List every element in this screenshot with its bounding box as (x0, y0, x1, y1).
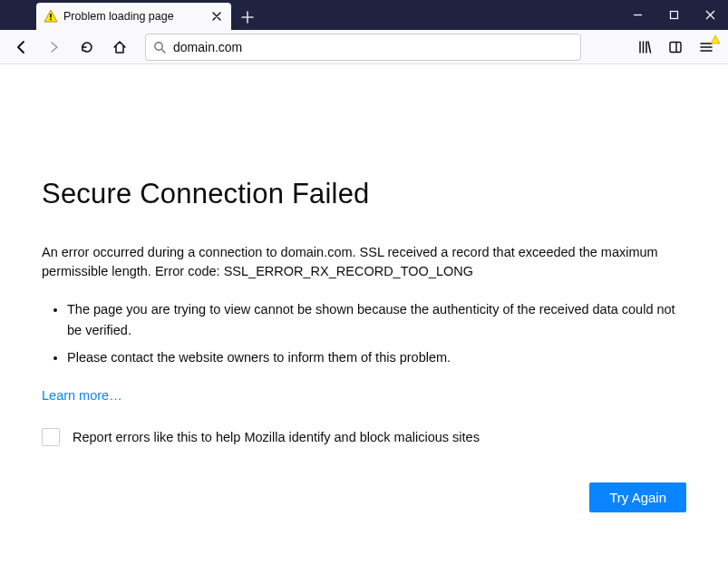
report-errors-row: Report errors like this to help Mozilla … (42, 428, 686, 446)
library-button[interactable] (630, 33, 659, 62)
error-description: An error occurred during a connection to… (42, 243, 686, 281)
error-bullet-list: The page you are trying to view cannot b… (67, 299, 686, 367)
error-bullet: Please contact the website owners to inf… (67, 347, 686, 367)
forward-button[interactable] (40, 33, 69, 62)
report-errors-label: Report errors like this to help Mozilla … (73, 430, 480, 444)
home-button[interactable] (105, 33, 134, 62)
menu-notification-icon (711, 35, 720, 44)
warning-favicon-icon (44, 9, 58, 24)
search-icon (153, 41, 166, 54)
svg-rect-4 (670, 42, 681, 52)
learn-more-link[interactable]: Learn more… (42, 388, 122, 403)
svg-rect-1 (50, 19, 52, 21)
close-window-button[interactable] (692, 0, 728, 30)
report-errors-checkbox[interactable] (42, 428, 60, 446)
menu-button[interactable] (692, 33, 721, 62)
error-bullet: The page you are trying to view cannot b… (67, 299, 686, 340)
url-bar[interactable]: domain.com (145, 34, 581, 61)
svg-rect-2 (670, 12, 677, 19)
svg-rect-0 (50, 14, 52, 18)
sidebar-button[interactable] (661, 33, 690, 62)
try-again-button[interactable]: Try Again (589, 482, 686, 512)
tab-close-icon[interactable] (209, 9, 224, 24)
window-controls (619, 0, 728, 30)
new-tab-button[interactable] (235, 5, 260, 30)
reload-button[interactable] (73, 33, 102, 62)
browser-tab[interactable]: Problem loading page (36, 3, 231, 30)
back-button[interactable] (7, 33, 36, 62)
maximize-button[interactable] (655, 0, 692, 30)
minimize-button[interactable] (619, 0, 655, 30)
error-heading: Secure Connection Failed (42, 178, 686, 210)
tab-strip: Problem loading page (0, 0, 728, 30)
navigation-toolbar: domain.com (0, 30, 728, 64)
url-text: domain.com (173, 40, 573, 54)
error-page-content: Secure Connection Failed An error occurr… (0, 64, 728, 512)
tab-title: Problem loading page (63, 10, 204, 23)
